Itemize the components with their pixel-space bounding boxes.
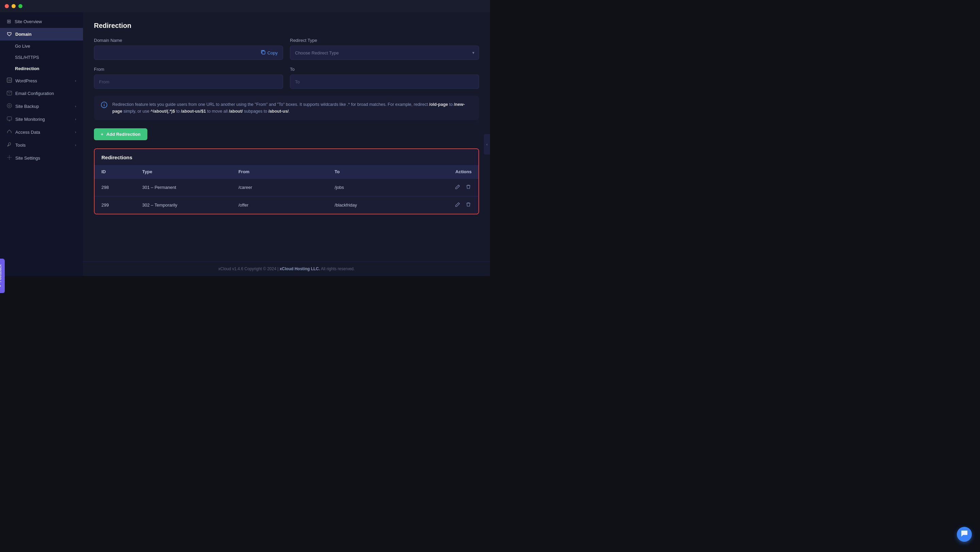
plus-icon: + <box>101 132 103 137</box>
row-1-delete-button[interactable] <box>465 183 472 191</box>
info-box: Redirection feature lets you guide users… <box>94 95 479 120</box>
chevron-right-icon: › <box>75 143 76 147</box>
app-layout: ⊞ Site Overview 🛡 Domain Go Live SSL/HTT… <box>0 12 490 276</box>
row-1-id: 298 <box>102 185 142 190</box>
redirect-type-select[interactable]: Choose Redirect Type 301 – Permanent 302… <box>290 46 479 60</box>
sidebar-item-site-overview[interactable]: ⊞ Site Overview <box>0 15 83 28</box>
add-redirection-label: Add Redirection <box>107 132 140 137</box>
redirections-section: Redirections ID Type From To Actions 298… <box>94 148 479 215</box>
row-1-type: 301 – Permanent <box>142 185 239 190</box>
from-label: From <box>94 67 283 72</box>
tools-icon <box>7 142 12 148</box>
row-1-from: /career <box>239 185 335 190</box>
svg-point-9 <box>104 103 105 104</box>
dot-yellow[interactable] <box>11 4 16 8</box>
to-input[interactable] <box>290 75 479 89</box>
redirect-select-wrap: Choose Redirect Type 301 – Permanent 302… <box>290 46 479 60</box>
shield-icon: 🛡 <box>7 31 12 37</box>
row-2-from: /offer <box>239 202 335 208</box>
sidebar-item-site-settings[interactable]: Site Settings <box>0 151 83 164</box>
chevron-right-icon: › <box>75 79 76 83</box>
row-1-actions <box>431 183 472 191</box>
copy-button[interactable]: Copy <box>258 49 280 57</box>
sidebar-item-email-configuration[interactable]: Email Configuration <box>0 87 83 100</box>
feedback-label: Feedback <box>0 264 2 276</box>
table-row: 299 302 – Temporarily /offer /blackfrida… <box>95 196 479 214</box>
row-2-delete-button[interactable] <box>465 201 472 209</box>
form-row-from-to: From To <box>94 67 479 89</box>
domain-name-input[interactable] <box>94 46 283 60</box>
to-label: To <box>290 67 479 72</box>
sidebar-item-redirection[interactable]: Redirection <box>0 63 83 74</box>
sidebar: ⊞ Site Overview 🛡 Domain Go Live SSL/HTT… <box>0 12 83 276</box>
settings-icon <box>7 155 12 161</box>
from-group: From <box>94 67 283 89</box>
svg-rect-7 <box>262 51 265 54</box>
to-group: To <box>290 67 479 89</box>
sidebar-item-go-live[interactable]: Go Live <box>0 40 83 52</box>
dot-green[interactable] <box>18 4 22 8</box>
add-redirection-button[interactable]: + Add Redirection <box>94 128 147 140</box>
grid-icon: ⊞ <box>7 18 11 24</box>
row-2-id: 299 <box>102 202 142 208</box>
row-1-to: /jobs <box>334 185 431 190</box>
feedback-tab[interactable]: ✦ Feedback <box>0 259 5 276</box>
sidebar-item-ssl-https[interactable]: SSL/HTTPS <box>0 52 83 63</box>
form-row-domain-redirect: Domain Name Copy Redirect <box>94 38 479 60</box>
collapse-sidebar-tab[interactable]: ‹ <box>484 134 490 154</box>
svg-point-6 <box>9 157 10 158</box>
copy-icon <box>261 50 266 56</box>
row-2-edit-button[interactable] <box>454 201 461 209</box>
monitoring-icon <box>7 116 12 122</box>
table-wrap: ID Type From To Actions 298 301 – Perman… <box>95 165 479 214</box>
info-text: Redirection feature lets you guide users… <box>112 101 472 115</box>
redirections-title: Redirections <box>95 149 479 165</box>
sidebar-item-tools[interactable]: Tools › <box>0 138 83 151</box>
row-2-actions <box>431 201 472 209</box>
row-1-edit-button[interactable] <box>454 183 461 191</box>
domain-input-wrap: Copy <box>94 46 283 60</box>
access-data-icon <box>7 129 12 135</box>
redirect-type-label: Redirect Type <box>290 38 479 43</box>
table-header: ID Type From To Actions <box>95 165 479 178</box>
chevron-right-icon: › <box>75 117 76 121</box>
from-input[interactable] <box>94 75 283 89</box>
domain-name-group: Domain Name Copy <box>94 38 283 60</box>
titlebar <box>0 0 490 12</box>
svg-point-4 <box>8 105 10 107</box>
info-icon <box>101 102 108 111</box>
col-type: Type <box>142 169 239 174</box>
col-id: ID <box>102 169 142 174</box>
col-actions: Actions <box>431 169 472 174</box>
row-2-type: 302 – Temporarily <box>142 202 239 208</box>
footer: xCloud v1.4.6 Copyright © 2024 | xCloud … <box>83 261 490 276</box>
sidebar-item-wordpress[interactable]: W WordPress › <box>0 74 83 87</box>
chevron-right-icon: › <box>75 104 76 108</box>
sidebar-item-site-backup[interactable]: Site Backup › <box>0 100 83 113</box>
col-from: From <box>239 169 335 174</box>
svg-point-3 <box>7 103 11 108</box>
table-row: 298 301 – Permanent /career /jobs <box>95 178 479 196</box>
sidebar-item-access-data[interactable]: Access Data › <box>0 126 83 138</box>
sidebar-item-site-monitoring[interactable]: Site Monitoring › <box>0 113 83 126</box>
page-title: Redirection <box>94 22 479 30</box>
redirect-type-group: Redirect Type Choose Redirect Type 301 –… <box>290 38 479 60</box>
dot-red[interactable] <box>5 4 9 8</box>
col-to: To <box>334 169 431 174</box>
svg-rect-5 <box>7 117 11 120</box>
wordpress-icon: W <box>7 78 12 84</box>
backup-icon <box>7 103 12 109</box>
domain-name-label: Domain Name <box>94 38 283 43</box>
chevron-right-icon: › <box>75 130 76 134</box>
row-2-to: /blackfriday <box>334 202 431 208</box>
email-icon <box>7 91 12 96</box>
main-content: ‹ Redirection Domain Name Copy <box>83 12 490 276</box>
svg-text:W: W <box>8 79 11 82</box>
sidebar-item-domain[interactable]: 🛡 Domain <box>0 28 83 40</box>
